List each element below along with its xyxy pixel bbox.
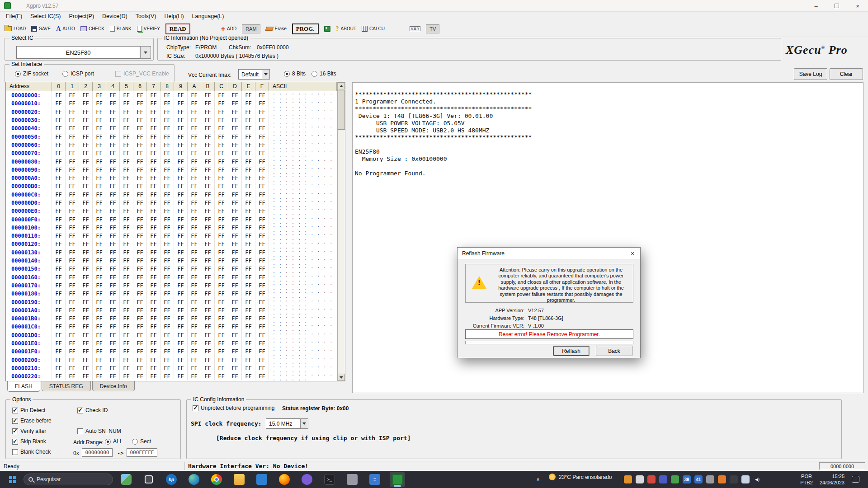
hex-byte-cell[interactable]: FF [66,339,79,347]
hex-byte-cell[interactable]: FF [147,199,160,207]
hex-byte-cell[interactable]: FF [255,116,269,124]
hex-byte-cell[interactable]: FF [79,224,93,232]
hex-byte-cell[interactable]: FF [215,132,228,141]
hex-byte-cell[interactable]: FF [188,314,201,323]
hex-byte-cell[interactable]: FF [188,124,201,132]
hex-byte-cell[interactable]: FF [160,273,174,282]
hex-byte-cell[interactable]: FF [147,347,160,356]
hex-byte-cell[interactable]: FF [242,141,255,149]
hex-byte-cell[interactable]: FF [52,331,66,339]
taskbar-store[interactable] [254,472,269,487]
tray-dark-icon[interactable] [730,475,738,483]
hex-byte-cell[interactable]: FF [160,232,174,240]
hex-byte-cell[interactable]: FF [188,199,201,207]
hex-byte-cell[interactable]: FF [106,124,120,132]
hex-byte-cell[interactable]: FF [106,306,120,314]
hex-byte-cell[interactable]: FF [188,372,201,380]
hex-byte-cell[interactable]: FF [66,91,79,99]
hex-byte-cell[interactable]: FF [52,323,66,331]
hex-byte-cell[interactable]: FF [66,182,79,190]
dialog-close-button[interactable]: × [625,248,640,259]
hex-byte-cell[interactable]: FF [255,99,269,108]
hex-byte-cell[interactable]: FF [79,191,93,199]
hex-byte-cell[interactable]: FF [120,257,133,265]
zif-socket-radio[interactable]: ZIF socket [15,70,48,77]
hex-byte-cell[interactable]: FF [215,257,228,265]
hex-byte-cell[interactable]: FF [93,132,106,141]
hex-byte-cell[interactable]: FF [174,199,188,207]
hex-byte-cell[interactable]: FF [147,265,160,273]
hex-byte-cell[interactable]: FF [133,91,147,99]
hex-byte-cell[interactable]: FF [255,157,269,165]
hex-byte-cell[interactable]: FF [201,306,215,314]
hex-byte-cell[interactable]: FF [93,265,106,273]
hex-byte-cell[interactable]: FF [52,290,66,298]
hex-byte-cell[interactable]: FF [52,141,66,149]
hex-byte-cell[interactable]: FF [160,199,174,207]
hex-byte-cell[interactable]: FF [66,224,79,232]
hex-byte-cell[interactable]: FF [79,257,93,265]
hex-byte-cell[interactable]: FF [201,91,215,99]
hex-byte-cell[interactable]: FF [255,91,269,99]
hex-byte-cell[interactable]: FF [79,108,93,116]
hex-byte-cell[interactable]: FF [215,232,228,240]
taskbar-hp[interactable]: hp [164,472,179,487]
hex-byte-cell[interactable]: FF [228,314,242,323]
hex-byte-cell[interactable]: FF [228,323,242,331]
tray-green-icon[interactable] [671,475,679,483]
hex-byte-cell[interactable]: FF [147,372,160,380]
taskbar-terminal[interactable]: >_ [322,472,337,487]
taskbar-purple-app[interactable] [299,472,315,487]
hex-byte-cell[interactable]: FF [228,224,242,232]
hex-byte-cell[interactable]: FF [66,215,79,223]
hex-byte-cell[interactable]: FF [188,207,201,215]
hex-byte-cell[interactable]: FF [188,282,201,290]
hex-byte-cell[interactable]: FF [215,331,228,339]
hex-byte-cell[interactable]: FF [174,108,188,116]
hex-byte-cell[interactable]: FF [120,132,133,141]
hex-byte-cell[interactable]: FF [160,298,174,306]
hex-byte-cell[interactable]: FF [79,157,93,165]
hex-byte-cell[interactable]: FF [79,207,93,215]
hex-byte-cell[interactable]: FF [66,99,79,108]
hex-byte-cell[interactable]: FF [201,314,215,323]
hex-byte-cell[interactable]: FF [133,224,147,232]
hex-byte-cell[interactable]: FF [133,323,147,331]
hex-byte-cell[interactable]: FF [174,232,188,240]
hex-byte-cell[interactable]: FF [66,149,79,157]
hex-byte-cell[interactable]: FF [228,265,242,273]
hex-byte-cell[interactable]: FF [52,306,66,314]
hex-byte-cell[interactable]: FF [215,149,228,157]
hex-byte-cell[interactable]: FF [242,314,255,323]
read-button[interactable]: READ [165,23,190,34]
hex-byte-cell[interactable]: FF [79,290,93,298]
hex-byte-cell[interactable]: FF [106,249,120,257]
hex-byte-cell[interactable]: FF [147,124,160,132]
hex-byte-cell[interactable]: FF [160,108,174,116]
hex-byte-cell[interactable]: FF [242,174,255,182]
hex-byte-cell[interactable]: FF [188,240,201,248]
hex-byte-cell[interactable]: FF [120,157,133,165]
hex-byte-cell[interactable]: FF [93,207,106,215]
chevron-down-icon[interactable] [262,69,270,80]
hex-byte-cell[interactable]: FF [201,339,215,347]
hex-byte-cell[interactable]: FF [201,331,215,339]
hex-byte-cell[interactable]: FF [201,323,215,331]
hex-byte-cell[interactable]: FF [160,141,174,149]
unprotect-checkbox[interactable]: Unprotect before programming [193,405,274,411]
hex-byte-cell[interactable]: FF [120,298,133,306]
hex-byte-cell[interactable]: FF [66,141,79,149]
hex-byte-cell[interactable]: FF [174,166,188,174]
menu-filef[interactable]: File(F) [2,12,26,21]
prog-button[interactable]: PROG. [292,23,319,34]
hex-byte-cell[interactable]: FF [174,314,188,323]
hex-byte-cell[interactable]: FF [79,339,93,347]
add-button[interactable]: +ADD [221,26,236,31]
language-indicator[interactable]: POR PTB2 [798,473,815,486]
hex-byte-cell[interactable]: FF [66,199,79,207]
hex-byte-cell[interactable]: FF [66,174,79,182]
hex-byte-cell[interactable]: FF [120,372,133,380]
hex-byte-cell[interactable]: FF [93,314,106,323]
hex-byte-cell[interactable]: FF [160,132,174,141]
addr-range-all-radio[interactable]: ALL [105,438,123,445]
